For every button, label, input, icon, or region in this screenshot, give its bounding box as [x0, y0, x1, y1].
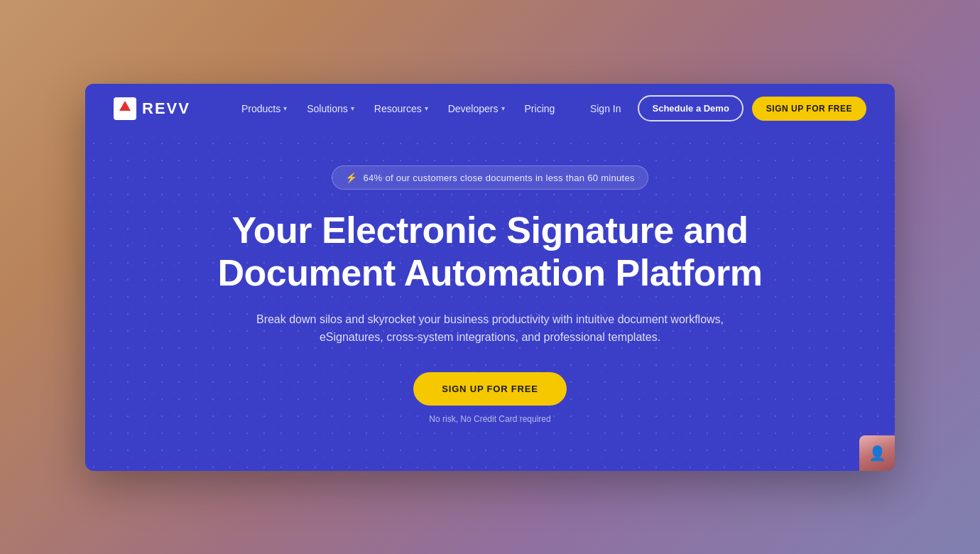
logo-icon [114, 97, 136, 120]
nav-solutions[interactable]: Solutions ▾ [298, 97, 363, 120]
signup-nav-button[interactable]: SIGN UP FOR FREE [752, 97, 866, 121]
badge-text: 64% of our customers close documents in … [364, 173, 635, 183]
nav-links: Products ▾ Solutions ▾ Resources ▾ Devel… [233, 97, 582, 120]
hero: ⚡ 64% of our customers close documents i… [85, 134, 895, 471]
nav-developers[interactable]: Developers ▾ [440, 97, 513, 120]
chevron-down-icon: ▾ [351, 104, 354, 112]
schedule-demo-button[interactable]: Schedule a Demo [638, 95, 743, 121]
chevron-down-icon: ▾ [501, 104, 505, 112]
nav-products[interactable]: Products ▾ [233, 97, 295, 120]
stats-badge: ⚡ 64% of our customers close documents i… [332, 165, 648, 190]
logo-text: REVV [142, 99, 190, 118]
signup-hero-button[interactable]: SIGN UP FOR FREE [413, 372, 566, 406]
sign-in-button[interactable]: Sign In [582, 97, 630, 120]
nav-actions: Sign In Schedule a Demo SIGN UP FOR FREE [582, 95, 866, 121]
nav-resources[interactable]: Resources ▾ [366, 97, 437, 120]
navbar: REVV Products ▾ Solutions ▾ Resources ▾ … [85, 84, 895, 134]
chevron-down-icon: ▾ [425, 104, 428, 112]
hero-section-container: REVV Products ▾ Solutions ▾ Resources ▾ … [85, 84, 895, 471]
hero-subtitle: Break down silos and skyrocket your busi… [256, 310, 724, 347]
lightning-icon: ⚡ [345, 172, 357, 183]
no-risk-text: No risk, No Credit Card required [429, 414, 550, 424]
logo[interactable]: REVV [114, 97, 190, 120]
main-window: REVV Products ▾ Solutions ▾ Resources ▾ … [85, 84, 895, 471]
nav-pricing[interactable]: Pricing [516, 97, 564, 120]
hero-title: Your Electronic Signature and Document A… [218, 210, 763, 295]
chevron-down-icon: ▾ [283, 104, 287, 112]
